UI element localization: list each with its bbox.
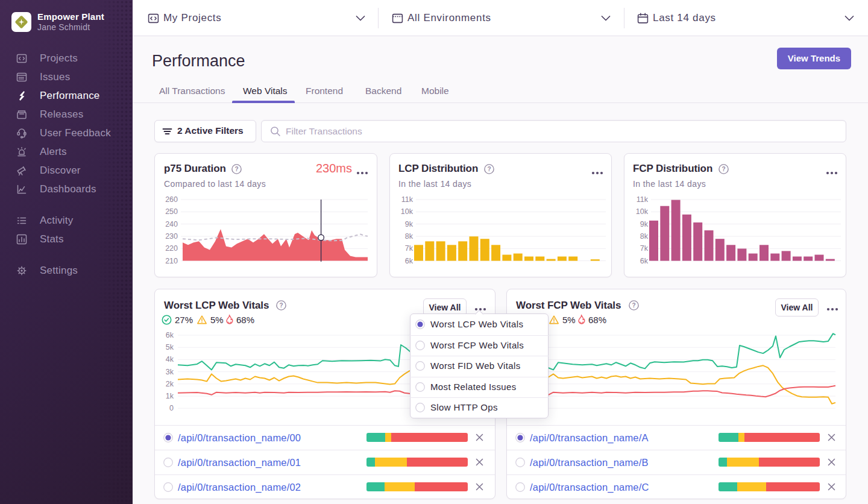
svg-text:9k: 9k bbox=[640, 220, 649, 228]
svg-text:10k: 10k bbox=[636, 207, 649, 216]
svg-text:250: 250 bbox=[165, 207, 178, 216]
svg-text:4k: 4k bbox=[166, 355, 174, 364]
svg-text:6k: 6k bbox=[405, 257, 414, 264]
svg-text:7k: 7k bbox=[640, 244, 649, 253]
svg-text:?: ? bbox=[487, 166, 491, 172]
svg-text:?: ? bbox=[234, 166, 238, 172]
svg-text:11k: 11k bbox=[401, 197, 414, 204]
svg-text:7k: 7k bbox=[405, 244, 414, 253]
svg-text:10k: 10k bbox=[401, 207, 414, 216]
svg-text:8k: 8k bbox=[640, 232, 649, 241]
svg-text:3k: 3k bbox=[166, 368, 174, 376]
svg-text:6k: 6k bbox=[640, 257, 649, 264]
svg-text:9k: 9k bbox=[405, 220, 414, 228]
svg-text:8k: 8k bbox=[405, 232, 414, 241]
svg-text:5k: 5k bbox=[166, 343, 174, 351]
svg-text:1k: 1k bbox=[166, 392, 174, 400]
svg-text:260: 260 bbox=[165, 197, 178, 204]
svg-text:230: 230 bbox=[165, 232, 178, 241]
svg-text:2k: 2k bbox=[166, 380, 174, 388]
svg-text:6k: 6k bbox=[166, 331, 174, 339]
svg-text:240: 240 bbox=[165, 220, 178, 228]
svg-text:?: ? bbox=[632, 302, 635, 309]
svg-text:?: ? bbox=[279, 302, 283, 309]
svg-text:210: 210 bbox=[165, 257, 178, 264]
svg-text:0: 0 bbox=[169, 404, 174, 412]
svg-text:220: 220 bbox=[165, 244, 178, 253]
svg-text:11k: 11k bbox=[637, 197, 649, 204]
svg-text:?: ? bbox=[722, 166, 725, 172]
